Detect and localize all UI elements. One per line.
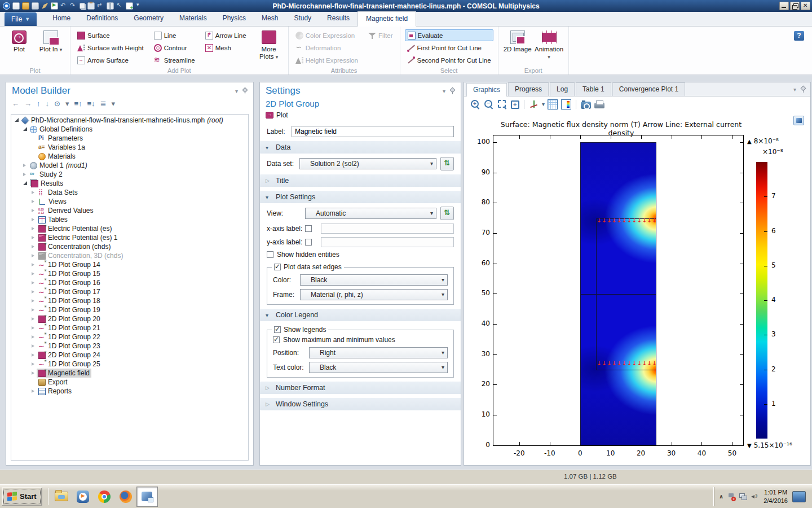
network-icon[interactable] <box>739 493 747 500</box>
section-plot-settings[interactable]: ▾Plot Settings <box>260 191 461 203</box>
tree-item-1d-plot-group-17[interactable]: 1D Plot Group 17 <box>11 287 248 296</box>
tree-expander-icon[interactable] <box>30 188 37 197</box>
tree-expander-icon[interactable] <box>22 161 28 170</box>
tree-item-results[interactable]: Results <box>11 179 248 188</box>
plot-button[interactable]: Plot <box>5 29 34 67</box>
report-icon[interactable] <box>126 2 133 10</box>
pin-icon[interactable] <box>449 87 455 95</box>
ribbon-tab-home[interactable]: Home <box>45 11 78 26</box>
tree-item-1d-plot-group-25[interactable]: 1D Plot Group 25 <box>11 360 248 369</box>
tree-expander-icon[interactable] <box>30 251 37 260</box>
color-expression-button[interactable]: Color Expression <box>293 29 360 41</box>
more-plots-button[interactable]: More Plots ▾ <box>254 29 284 67</box>
arrow-surface-button[interactable]: Arrow Surface <box>75 54 146 66</box>
tree-expander-icon[interactable] <box>30 197 37 206</box>
position-dropdown[interactable]: Right <box>309 347 448 358</box>
grid-icon[interactable] <box>548 99 558 110</box>
section-data[interactable]: ▾Data <box>260 141 461 154</box>
first-point-cut-line-button[interactable]: First Point for Cut Line <box>405 42 493 54</box>
tree-expander-icon[interactable] <box>30 287 37 296</box>
taskbar-item-media-player[interactable] <box>72 487 94 507</box>
tree-expander-icon[interactable] <box>30 387 37 396</box>
graphics-tab-table-1[interactable]: Table 1 <box>576 82 611 96</box>
save-icon[interactable] <box>32 2 39 10</box>
ribbon-tab-mesh[interactable]: Mesh <box>254 11 286 26</box>
tree-item-data-sets[interactable]: Data Sets <box>11 188 248 197</box>
streamline-button[interactable]: Streamline <box>152 54 197 66</box>
view-dropdown[interactable]: Automatic <box>305 208 436 219</box>
undo-icon[interactable] <box>60 2 68 10</box>
zoom-box-icon[interactable] <box>497 99 508 110</box>
tree-item-2d-plot-group-20[interactable]: 2D Plot Group 20 <box>11 314 248 323</box>
select-cursor-icon[interactable] <box>116 2 123 10</box>
print-icon[interactable] <box>594 103 604 108</box>
edge-color-dropdown[interactable]: Black <box>300 274 448 286</box>
contour-button[interactable]: Contour <box>152 42 197 54</box>
label-field[interactable] <box>292 126 454 137</box>
graphics-tab-progress[interactable]: Progress <box>508 82 549 96</box>
start-button[interactable]: Start <box>2 487 42 506</box>
tray-expand-icon[interactable]: ∧ <box>719 493 723 500</box>
tree-expander-icon[interactable] <box>30 206 37 215</box>
xaxis-label-input[interactable] <box>321 224 454 234</box>
dropdown-icon[interactable]: ▾ <box>65 100 69 108</box>
tree-item-concentration-3d-chds[interactable]: Concentration, 3D (chds) <box>11 251 248 260</box>
tree-expander-icon[interactable] <box>30 332 37 341</box>
evaluate-button[interactable]: Evaluate <box>405 29 493 41</box>
redo-icon[interactable] <box>70 2 77 10</box>
line-button[interactable]: Line <box>152 29 197 41</box>
move-up-icon[interactable]: ↑ <box>37 100 41 108</box>
copy-icon[interactable] <box>80 3 85 9</box>
tree-item-phd-microchannel-flow-final-transient-mahnetic-linus-mph[interactable]: PhD-Microchannel-flow-final-transient-ma… <box>11 116 248 125</box>
filter-button[interactable]: Filter <box>366 29 395 41</box>
switch-view-button[interactable] <box>440 207 454 220</box>
tree-item-magnetic-field[interactable]: Magnetic field <box>11 369 248 378</box>
pin-icon[interactable] <box>242 87 248 95</box>
action-center-icon[interactable] <box>728 493 735 500</box>
new-file-icon[interactable] <box>12 2 20 10</box>
show-icon[interactable]: ⊙ <box>54 100 60 108</box>
tree-item-views[interactable]: Views <box>11 197 248 206</box>
tree-item-tables[interactable]: Tables <box>11 215 248 224</box>
plot-area[interactable]: -20-10010203040500102030405060708090100↓… <box>493 135 744 446</box>
show-hidden-entities-checkbox[interactable] <box>267 251 273 258</box>
graphics-tab-log[interactable]: Log <box>550 82 575 96</box>
tree-item-export[interactable]: Export <box>11 378 248 387</box>
close-button[interactable] <box>801 2 810 10</box>
section-number-format[interactable]: ▷Number Format <box>260 382 461 394</box>
ribbon-tab-physics[interactable]: Physics <box>215 11 254 26</box>
indent-down-icon[interactable]: ≡↓ <box>87 100 95 108</box>
snapshot-icon[interactable] <box>581 102 591 109</box>
tree-expander-icon[interactable] <box>30 314 37 323</box>
volume-icon[interactable] <box>751 493 759 500</box>
tree-expander-icon[interactable] <box>30 233 37 242</box>
zoom-extents-icon[interactable] <box>511 100 519 109</box>
minimize-button[interactable] <box>779 2 789 10</box>
tree-item-1d-plot-group-21[interactable]: 1D Plot Group 21 <box>11 323 248 332</box>
switch-dataset-button[interactable] <box>440 157 454 170</box>
refresh-icon[interactable] <box>97 2 104 10</box>
zoom-out-icon[interactable] <box>484 99 494 110</box>
tree-expander-icon[interactable] <box>30 351 37 360</box>
yaxis-label-input[interactable] <box>321 237 454 247</box>
file-menu-button[interactable]: File ▼ <box>5 12 37 26</box>
tree-item-model-1[interactable]: Model 1(mod1) <box>11 161 248 170</box>
zoom-in-icon[interactable] <box>470 99 480 110</box>
deformation-button[interactable]: Deformation <box>293 42 360 54</box>
pin-icon[interactable] <box>800 86 806 93</box>
animation-button[interactable]: Animation ▾ <box>535 29 564 67</box>
frame-dropdown[interactable]: Material (r, phi, z) <box>300 289 448 300</box>
forward-icon[interactable]: → <box>24 100 32 108</box>
collapse-icon[interactable]: ≣ <box>100 100 107 108</box>
tree-item-1d-plot-group-14[interactable]: 1D Plot Group 14 <box>11 260 248 269</box>
tree-item-study-2[interactable]: Study 2 <box>11 170 248 179</box>
show-legends-checkbox[interactable] <box>274 326 281 333</box>
ribbon-tab-geometry[interactable]: Geometry <box>126 11 171 26</box>
tree-expander-icon[interactable] <box>30 242 37 251</box>
tree-expander-icon[interactable] <box>30 323 37 332</box>
run-icon[interactable] <box>51 2 58 10</box>
open-file-icon[interactable] <box>22 2 29 10</box>
tree-item-reports[interactable]: Reports <box>11 387 248 396</box>
chevron-down-icon[interactable]: ▾ <box>542 101 545 107</box>
dropdown-arrow-icon[interactable] <box>135 2 143 10</box>
